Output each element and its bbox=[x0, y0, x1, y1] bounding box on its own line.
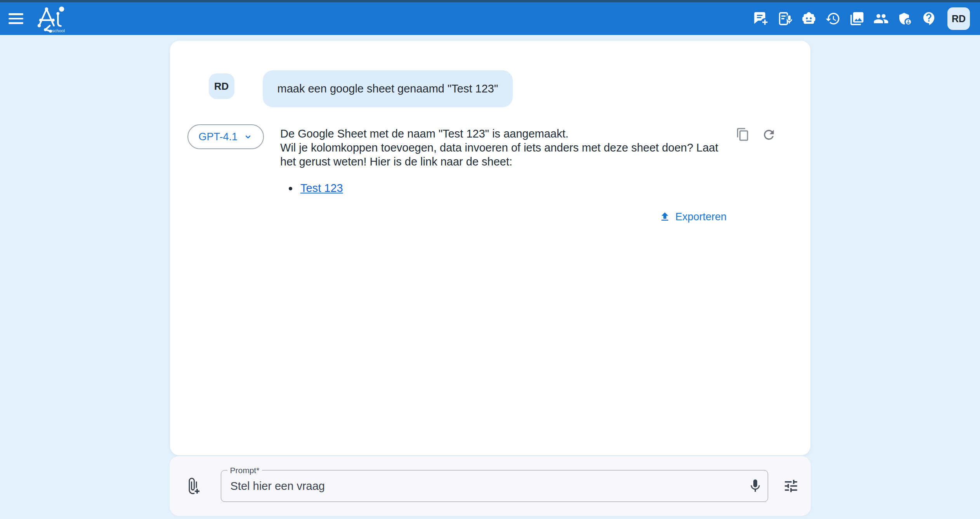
app-logo[interactable]: school bbox=[34, 5, 71, 33]
regenerate-button[interactable] bbox=[761, 127, 776, 144]
upload-icon bbox=[659, 211, 671, 223]
users-icon bbox=[873, 11, 889, 26]
assistant-link-list: Test 123 bbox=[283, 181, 727, 195]
new-chat-button[interactable] bbox=[750, 8, 771, 29]
prompt-field: Prompt* bbox=[221, 470, 768, 502]
help-icon bbox=[921, 11, 937, 26]
assistant-paragraph: Wil je kolomkoppen toevoegen, data invoe… bbox=[280, 141, 727, 169]
history-button[interactable] bbox=[822, 8, 843, 29]
app-header: school bbox=[0, 2, 980, 35]
mic-icon bbox=[748, 478, 763, 494]
model-label: GPT-4.1 bbox=[199, 131, 238, 143]
user-message-avatar: RD bbox=[209, 73, 234, 99]
users-button[interactable] bbox=[871, 8, 892, 29]
prompt-input[interactable] bbox=[221, 470, 768, 502]
menu-icon[interactable] bbox=[9, 10, 29, 28]
logo-subtext: school bbox=[52, 28, 65, 33]
user-message-bubble: maak een google sheet genaamd "Test 123" bbox=[263, 70, 513, 107]
main-area: RD maak een google sheet genaamd "Test 1… bbox=[0, 35, 980, 519]
document-mic-icon bbox=[777, 11, 793, 26]
export-label: Exporteren bbox=[675, 210, 727, 224]
history-icon bbox=[825, 11, 841, 26]
chat-card: RD maak een google sheet genaamd "Test 1… bbox=[170, 41, 810, 455]
model-selector[interactable]: GPT-4.1 bbox=[187, 124, 264, 149]
copy-button[interactable] bbox=[736, 127, 750, 144]
export-row: Exporteren bbox=[280, 210, 727, 224]
user-avatar-button[interactable]: RD bbox=[947, 7, 970, 30]
admin-shield-icon bbox=[897, 11, 913, 26]
assistant-message-row: GPT-4.1 De Google Sheet met de naam "Tes… bbox=[187, 124, 776, 224]
copy-icon bbox=[736, 127, 750, 141]
assistant-actions bbox=[736, 124, 776, 144]
tune-icon bbox=[783, 478, 799, 494]
admin-shield-button[interactable] bbox=[895, 8, 916, 29]
settings-tune-button[interactable] bbox=[783, 478, 799, 494]
attach-file-button[interactable] bbox=[184, 477, 201, 495]
prompt-field-label: Prompt* bbox=[227, 465, 262, 475]
new-chat-icon bbox=[753, 11, 768, 26]
media-library-icon bbox=[849, 11, 865, 26]
user-message-row: RD maak een google sheet genaamd "Test 1… bbox=[209, 70, 776, 107]
logo-ai-icon: school bbox=[34, 5, 71, 33]
bot-icon bbox=[801, 11, 817, 26]
export-button[interactable]: Exporteren bbox=[659, 210, 727, 224]
chevron-down-icon bbox=[243, 132, 253, 141]
assistant-paragraph: De Google Sheet met de naam "Test 123" i… bbox=[280, 127, 727, 141]
list-item: Test 123 bbox=[298, 181, 727, 195]
voice-document-button[interactable] bbox=[774, 8, 795, 29]
mic-button[interactable] bbox=[748, 478, 763, 494]
bot-button[interactable] bbox=[798, 8, 819, 29]
prompt-bar: Prompt* bbox=[170, 456, 811, 516]
attach-plus-icon bbox=[184, 477, 201, 495]
assistant-message-content: De Google Sheet met de naam "Test 123" i… bbox=[280, 124, 727, 224]
media-library-button[interactable] bbox=[846, 8, 867, 29]
sheet-link[interactable]: Test 123 bbox=[300, 182, 343, 194]
help-button[interactable] bbox=[919, 8, 940, 29]
refresh-icon bbox=[761, 127, 776, 142]
